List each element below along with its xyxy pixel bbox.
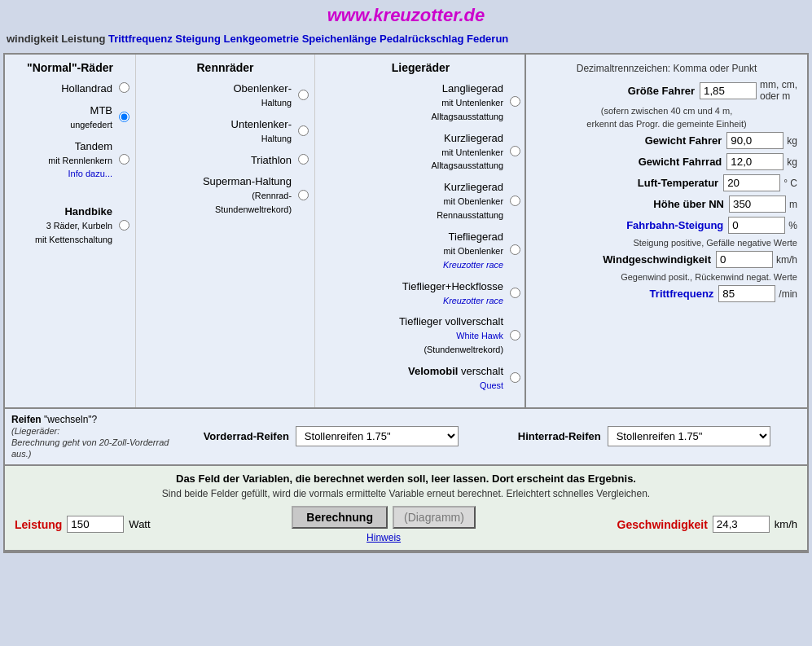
unit-wind: km/h	[776, 254, 797, 266]
radio-whitehawk[interactable]	[507, 330, 523, 343]
radio-superman-input[interactable]	[298, 190, 309, 200]
top-section: "Normal"-Räder Hollandrad MTBungefedert	[5, 55, 807, 409]
nav-links: Trittfrequenz Steigung Lenkgeometrie Spe…	[108, 33, 508, 45]
hinterrad-group: Hinterrad-Reifen Stollenreifen 1.75" Ren…	[488, 426, 801, 446]
calc-info1-text: Das Feld der Variablen, die berechnet we…	[176, 472, 636, 485]
list-item: Obenlenker-Haltung	[139, 82, 311, 110]
field-row-groesse: Größe Fahrer mm, cm,oder m	[536, 79, 797, 102]
radio-hollandrad[interactable]	[116, 82, 132, 95]
radio-velomobil[interactable]	[507, 372, 523, 385]
label-gewicht-fahrrad: Gewicht Fahrrad	[639, 156, 722, 168]
radio-kurzliegerad-oben[interactable]	[507, 196, 523, 209]
list-item: Tiefliegeradmit ObenlenkerKreuzotter rac…	[318, 231, 523, 272]
calc-info2: Sind beide Felder gefüllt, wird die vorm…	[15, 488, 797, 499]
main-container: "Normal"-Räder Hollandrad MTBungefedert	[3, 53, 809, 553]
radio-tieflieger-heck-input[interactable]	[510, 288, 520, 298]
bike-label-velomobil: Velomobil verschaltQuest	[318, 365, 507, 393]
berechnung-button[interactable]: Berechnung	[292, 506, 388, 529]
radio-langliegerad[interactable]	[507, 96, 523, 109]
field-row-temperatur: Luft-Temperatur ° C	[536, 174, 797, 191]
input-gewicht-fahrer[interactable]	[726, 132, 783, 149]
input-wind[interactable]	[716, 251, 773, 268]
bike-label-untenlenker: Untenlenker-Haltung	[139, 118, 295, 146]
radio-kurzliegerad-unten-input[interactable]	[510, 146, 520, 156]
unit-trittfrequenz: /min	[779, 288, 797, 300]
radio-triathlon[interactable]	[295, 154, 311, 167]
radio-superman[interactable]	[295, 190, 311, 203]
input-steigung[interactable]	[728, 217, 785, 234]
groesse-note2: erkennt das Progr. die gemeinte Einheit)	[536, 119, 797, 129]
input-hoehe[interactable]	[729, 196, 786, 213]
vorderrad-select[interactable]: Stollenreifen 1.75" Rennreifen 23mm Tour…	[296, 426, 459, 446]
radio-velomobil-input[interactable]	[510, 372, 520, 383]
hinweis-link[interactable]: Hinweis	[366, 532, 401, 543]
col-liegeraeder: Liegeräder Langliegeradmit UntenlenkerAl…	[314, 55, 526, 407]
diagramm-button[interactable]: (Diagramm)	[393, 506, 476, 529]
radio-langliegerad-input[interactable]	[510, 96, 520, 107]
radio-kurzliegerad-unten[interactable]	[507, 146, 523, 159]
list-item: MTBungefedert	[8, 104, 132, 132]
wind-note: Gegenwind posit., Rückenwind negat. Wert…	[536, 272, 797, 282]
bike-label-handbike: Handbike3 Räder, Kurbelnmit Kettenschalt…	[8, 205, 116, 247]
radio-obenlenker[interactable]	[295, 90, 311, 103]
nav-prefix: windigkeit Leistung	[7, 33, 105, 45]
radio-kurzliegerad-oben-input[interactable]	[510, 196, 520, 206]
radio-triathlon-input[interactable]	[298, 154, 309, 165]
radio-whitehawk-input[interactable]	[510, 330, 520, 341]
vorderrad-label: Vorderrad-Reifen	[204, 430, 289, 442]
list-item: Superman-Haltung(Rennrad-Stundenweltreko…	[139, 175, 311, 217]
col2-header: Rennräder	[139, 61, 311, 74]
radio-tiefliegerad[interactable]	[507, 244, 523, 257]
radio-obenlenker-input[interactable]	[298, 90, 309, 100]
bike-label-langliegerad: Langliegeradmit UntenlenkerAlltagsaussta…	[318, 82, 507, 124]
radio-handbike-input[interactable]	[119, 220, 129, 231]
geschwindigkeit-unit: km/h	[775, 518, 797, 530]
input-geschwindigkeit[interactable]	[713, 516, 770, 533]
input-groesse[interactable]	[700, 82, 757, 99]
input-trittfrequenz[interactable]	[718, 285, 775, 302]
radio-tandem[interactable]	[116, 154, 132, 167]
vorderrad-group: Vorderrad-Reifen Stollenreifen 1.75" Ren…	[174, 426, 488, 446]
radio-handbike[interactable]	[116, 220, 132, 233]
input-gewicht-fahrrad[interactable]	[726, 153, 783, 170]
bike-label-triathlon: Triathlon	[139, 154, 295, 168]
radio-tandem-input[interactable]	[119, 154, 129, 165]
field-row-wind: Windgeschwindigkeit km/h	[536, 251, 797, 268]
bike-label-whitehawk: Tieflieger vollverschaltWhite Hawk(Stund…	[318, 315, 507, 357]
reifen-bold: Reifen	[11, 414, 42, 425]
col-normal-raeder: "Normal"-Räder Hollandrad MTBungefedert	[5, 55, 135, 407]
radio-tiefliegerad-input[interactable]	[510, 244, 520, 255]
calc-center: Berechnung (Diagramm) Hinweis	[292, 506, 476, 543]
site-url[interactable]: www.kreuzotter.de	[327, 5, 485, 25]
label-hoehe: Höhe über NN	[653, 198, 724, 210]
list-item: Tieflieger vollverschaltWhite Hawk(Stund…	[318, 315, 523, 357]
info-link-tandem[interactable]: Info dazu...	[68, 169, 112, 178]
field-row-trittfrequenz: Trittfrequenz /min	[536, 285, 797, 302]
label-groesse: Größe Fahrer	[628, 85, 695, 97]
field-row-gewicht-fahrer: Gewicht Fahrer kg	[536, 132, 797, 149]
calc-bottom: Leistung Watt Berechnung (Diagramm) Hinw…	[15, 506, 797, 543]
wechseln-label: "wechseln"?	[44, 414, 97, 425]
unit-groesse: mm, cm,oder m	[760, 79, 797, 102]
radio-untenlenker[interactable]	[295, 125, 311, 138]
leistung-label: Leistung	[15, 518, 62, 531]
radio-mtb[interactable]	[116, 112, 132, 125]
list-item: Kurzliegeradmit ObenlenkerRennausstattun…	[318, 181, 523, 222]
radio-tieflieger-heck[interactable]	[507, 288, 523, 301]
bike-label-tiefliegerad: Tiefliegeradmit ObenlenkerKreuzotter rac…	[318, 231, 507, 272]
unit-gewicht-fahrer: kg	[787, 135, 797, 147]
hinterrad-select[interactable]: Stollenreifen 1.75" Rennreifen 23mm Tour…	[608, 426, 770, 446]
unit-hoehe: m	[789, 199, 797, 210]
bike-label-obenlenker: Obenlenker-Haltung	[139, 82, 295, 110]
list-item: Velomobil verschaltQuest	[318, 365, 523, 393]
unit-steigung: %	[788, 220, 797, 231]
button-group: Berechnung (Diagramm)	[292, 506, 476, 529]
input-leistung[interactable]	[67, 516, 124, 533]
input-temperatur[interactable]	[723, 174, 780, 191]
radio-mtb-input[interactable]	[119, 112, 129, 122]
calc-right: Geschwindigkeit km/h	[617, 516, 797, 533]
radio-hollandrad-input[interactable]	[119, 82, 129, 93]
label-gewicht-fahrer: Gewicht Fahrer	[645, 134, 722, 147]
field-row-hoehe: Höhe über NN m	[536, 196, 797, 213]
radio-untenlenker-input[interactable]	[298, 125, 309, 136]
